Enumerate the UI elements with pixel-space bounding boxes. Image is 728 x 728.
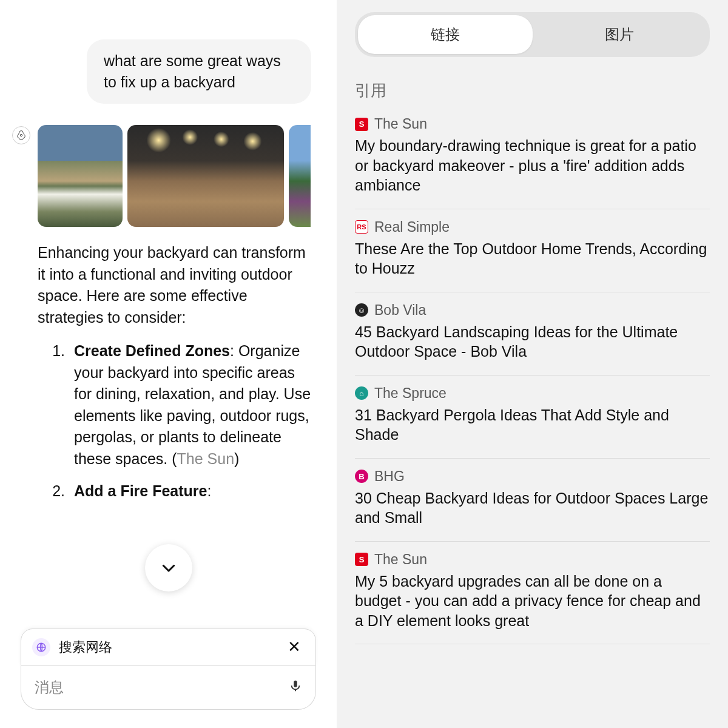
source-name: Bob Vila xyxy=(374,302,426,318)
list-item-tail: ) xyxy=(234,450,239,467)
chevron-down-icon xyxy=(160,559,178,577)
source-icon: S xyxy=(355,118,368,131)
message-placeholder: 消息 xyxy=(35,678,289,697)
source-icon: S xyxy=(355,553,368,566)
citation-source: ☺Bob Vila xyxy=(355,302,710,318)
scroll-to-bottom-button[interactable] xyxy=(145,544,192,592)
citation-title: My 5 backyard upgrades can all be done o… xyxy=(355,571,710,631)
chat-scroll[interactable]: what are some great ways to fix up a bac… xyxy=(0,0,337,728)
tab-images[interactable]: 图片 xyxy=(533,15,707,54)
source-name: The Sun xyxy=(374,551,427,568)
list-item: Create Defined Zones: Organize your back… xyxy=(69,340,311,470)
assistant-avatar-icon xyxy=(12,126,30,144)
tab-links[interactable]: 链接 xyxy=(358,15,533,54)
source-icon: RS xyxy=(355,220,368,234)
source-name: BHG xyxy=(374,468,405,485)
source-icon: ⌂ xyxy=(355,386,368,400)
result-image-2[interactable] xyxy=(127,125,284,227)
citation-item[interactable]: ⌂The Spruce31 Backyard Pergola Ideas Tha… xyxy=(355,376,710,459)
result-image-1[interactable] xyxy=(38,125,123,227)
citation-title: 30 Cheap Backyard Ideas for Outdoor Spac… xyxy=(355,488,710,528)
svg-point-0 xyxy=(20,134,22,136)
assistant-message: Enhancing your backyard can transform it… xyxy=(12,125,325,513)
citation-title: These Are the Top Outdoor Home Trends, A… xyxy=(355,239,710,278)
citation-source: ⌂The Spruce xyxy=(355,385,710,402)
assistant-text: Enhancing your backyard can transform it… xyxy=(38,242,311,502)
citation-item[interactable]: BBHG30 Cheap Backyard Ideas for Outdoor … xyxy=(355,459,710,542)
citation-item[interactable]: RSReal SimpleThese Are the Top Outdoor H… xyxy=(355,209,710,292)
tabs: 链接 图片 xyxy=(355,12,710,57)
citation-item[interactable]: ☺Bob Vila45 Backyard Landscaping Ideas f… xyxy=(355,292,710,376)
list-item-title: Add a Fire Feature xyxy=(74,482,207,499)
search-web-chip[interactable]: 搜索网络 ✕ xyxy=(21,629,316,666)
search-chip-label: 搜索网络 xyxy=(59,638,275,656)
inline-citation[interactable]: The Sun xyxy=(177,450,235,467)
source-icon: B xyxy=(355,470,368,483)
image-result-row xyxy=(38,125,311,227)
input-area: 搜索网络 ✕ 消息 xyxy=(0,629,337,728)
citation-title: 31 Backyard Pergola Ideas That Add Style… xyxy=(355,405,710,445)
list-item-body: : xyxy=(207,482,212,499)
microphone-icon[interactable] xyxy=(289,679,302,696)
citation-source: SThe Sun xyxy=(355,116,710,132)
assistant-content: Enhancing your backyard can transform it… xyxy=(38,125,325,513)
citation-source: BBHG xyxy=(355,468,710,485)
citation-title: My boundary-drawing technique is great f… xyxy=(355,136,710,195)
globe-icon xyxy=(32,638,50,656)
source-name: The Sun xyxy=(374,116,427,132)
source-name: Real Simple xyxy=(374,219,450,235)
result-image-3[interactable] xyxy=(289,125,311,227)
list-item-title: Create Defined Zones xyxy=(74,342,230,359)
assistant-intro: Enhancing your backyard can transform it… xyxy=(38,242,311,328)
assistant-list: Create Defined Zones: Organize your back… xyxy=(38,340,311,502)
citations-header: 引用 xyxy=(355,80,710,101)
citation-title: 45 Backyard Landscaping Ideas for the Ul… xyxy=(355,322,710,362)
chat-pane: what are some great ways to fix up a bac… xyxy=(0,0,337,728)
list-item: Add a Fire Feature: xyxy=(69,480,311,502)
source-name: The Spruce xyxy=(374,385,447,402)
user-message-text: what are some great ways to fix up a bac… xyxy=(104,52,281,90)
source-icon: ☺ xyxy=(355,303,368,317)
citations-list: SThe SunMy boundary-drawing technique is… xyxy=(355,112,710,644)
citation-item[interactable]: SThe SunMy 5 backyard upgrades can all b… xyxy=(355,542,710,645)
citation-source: SThe Sun xyxy=(355,551,710,568)
citation-source: RSReal Simple xyxy=(355,219,710,235)
message-input[interactable]: 消息 xyxy=(21,666,316,710)
list-item-body: : Organize your backyard into specific a… xyxy=(74,342,311,467)
citation-item[interactable]: SThe SunMy boundary-drawing technique is… xyxy=(355,112,710,209)
close-icon[interactable]: ✕ xyxy=(284,638,305,656)
citations-pane: 链接 图片 引用 SThe SunMy boundary-drawing tec… xyxy=(337,0,728,728)
user-message-bubble: what are some great ways to fix up a bac… xyxy=(87,39,311,104)
